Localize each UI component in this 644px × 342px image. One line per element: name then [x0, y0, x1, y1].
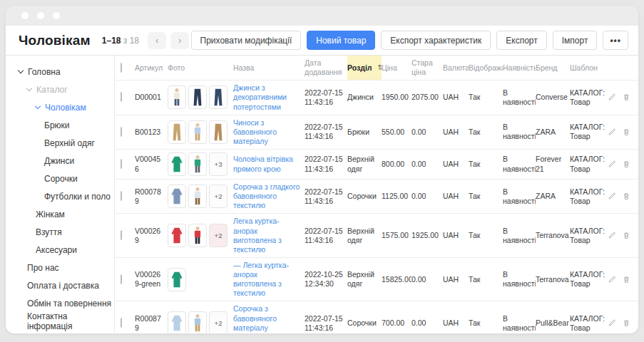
product-photo-thumbnail[interactable]: [168, 224, 186, 247]
column-header-label: Бренд: [536, 63, 558, 72]
sidebar-item-аксесуари[interactable]: Аксесуари: [6, 241, 114, 259]
product-photo-thumbnail[interactable]: [168, 268, 186, 291]
pagination-total: з 18: [123, 36, 139, 46]
window-minimize-icon[interactable]: [37, 12, 44, 19]
sidebar-item-каталог[interactable]: Каталог: [6, 81, 114, 98]
product-photo-thumbnail[interactable]: [188, 311, 207, 333]
sidebar-item-label: Обмін та повернення: [27, 299, 111, 309]
sidebar-item-чоловікам[interactable]: Чоловікам: [6, 98, 114, 116]
row-checkbox[interactable]: [121, 191, 122, 201]
window-close-icon[interactable]: [21, 12, 29, 19]
product-name-link[interactable]: Чиноси з бавовняного матеріалу: [233, 118, 277, 145]
product-photo-thumbnail[interactable]: [209, 86, 228, 109]
delete-icon[interactable]: [623, 192, 630, 201]
product-photo-thumbnail[interactable]: [168, 120, 186, 144]
product-name-link[interactable]: Джинси з декоративними потертостями: [233, 83, 287, 110]
column-header-ціна[interactable]: Ціна: [382, 61, 412, 76]
product-photo-thumbnail[interactable]: [168, 311, 186, 333]
product-name-link[interactable]: Легка куртка-анорак виготовлена з тексти…: [233, 217, 282, 253]
column-header-валюта[interactable]: Валюта: [443, 61, 469, 76]
edit-icon[interactable]: [608, 93, 616, 101]
sidebar-item-головна[interactable]: Головна: [6, 63, 114, 81]
product-photo-thumbnail[interactable]: [168, 185, 186, 208]
more-photos-badge[interactable]: +3: [209, 152, 228, 176]
product-photo-thumbnail[interactable]: [188, 152, 207, 176]
table-row: B00123Чиноси з бавовняного матеріалу2022…: [115, 115, 638, 150]
window-maximize-icon[interactable]: [53, 12, 60, 19]
product-name-link[interactable]: Сорочка з бавовняного матеріалу притален…: [233, 304, 296, 333]
price-cell: 1125.00: [382, 189, 412, 204]
more-photos-badge[interactable]: +2: [209, 185, 228, 208]
row-checkbox[interactable]: [121, 127, 122, 137]
row-checkbox[interactable]: [121, 230, 122, 240]
column-header-бренд[interactable]: Бренд: [536, 61, 570, 76]
column-header-розділ[interactable]: Розділ⇅: [347, 56, 382, 80]
edit-icon[interactable]: [608, 231, 616, 239]
delete-icon[interactable]: [623, 231, 630, 240]
sidebar-item-оплата-і-доставка[interactable]: Оплата і доставка: [6, 276, 114, 294]
product-photo-thumbnail[interactable]: [209, 120, 228, 144]
delete-icon[interactable]: [623, 128, 630, 137]
new-product-button[interactable]: Новий товар: [307, 31, 375, 50]
product-name-link[interactable]: Чоловіча вітрівка прямого крою: [233, 155, 293, 172]
sidebar-item-label: Каталог: [36, 85, 68, 95]
top-photo-icon: [170, 314, 184, 333]
edit-icon[interactable]: [608, 318, 616, 327]
column-header-дата-додавання[interactable]: Дата додавання: [305, 56, 347, 80]
date-value: 2022-07-15: [305, 155, 343, 164]
export-button[interactable]: Експорт: [496, 31, 546, 50]
product-photo-thumbnail[interactable]: [168, 152, 186, 176]
more-actions-button[interactable]: •••: [603, 31, 628, 50]
sidebar-item-про-нас[interactable]: Про нас: [6, 259, 114, 276]
column-header-стара-ціна[interactable]: Стара ціна: [412, 56, 443, 80]
product-name-link[interactable]: Сорочка з гладкого бавовняного текстилю: [233, 182, 300, 209]
sidebar-item-контактна-інформація[interactable]: Контактна інформація: [6, 312, 114, 330]
row-checkbox[interactable]: [121, 92, 122, 102]
sidebar-item-верхній-одяг[interactable]: Верхній одяг: [6, 134, 114, 152]
next-page-button[interactable]: ›: [170, 32, 189, 49]
row-checkbox[interactable]: [121, 318, 122, 328]
column-header-шаблон[interactable]: Шаблон: [570, 61, 608, 76]
sidebar-item-обмін-та-повернення[interactable]: Обмін та повернення: [6, 294, 114, 312]
row-checkbox[interactable]: [121, 159, 122, 169]
product-photo-thumbnail[interactable]: [188, 185, 207, 208]
delete-icon[interactable]: [623, 275, 630, 284]
edit-icon[interactable]: [608, 192, 616, 200]
currency-cell: UAH: [443, 157, 469, 172]
export-characteristics-button[interactable]: Експорт характеристик: [381, 31, 491, 50]
sidebar-item-брюки[interactable]: Брюки: [6, 116, 114, 134]
edit-icon[interactable]: [608, 128, 616, 136]
sidebar-item-сорочки[interactable]: Сорочки: [6, 170, 114, 187]
hide-modifications-button[interactable]: Приховати модифікації: [191, 31, 302, 50]
pagination-range: 1–18: [102, 36, 121, 46]
more-photos-badge[interactable]: +2: [209, 224, 228, 247]
edit-icon[interactable]: [608, 160, 616, 168]
select-all-checkbox[interactable]: [121, 63, 122, 73]
sidebar-item-label: Про нас: [27, 263, 59, 273]
product-photo-thumbnail[interactable]: [188, 120, 207, 144]
import-button[interactable]: Імпорт: [553, 31, 598, 50]
sort-icon[interactable]: ⇅: [378, 63, 382, 73]
prev-page-button[interactable]: ‹: [148, 32, 166, 49]
delete-icon[interactable]: [623, 318, 630, 328]
delete-icon[interactable]: [623, 93, 630, 102]
row-actions-cell: [608, 272, 638, 287]
delete-icon[interactable]: [623, 160, 630, 169]
edit-icon[interactable]: [608, 275, 616, 284]
more-photos-badge[interactable]: +2: [209, 311, 228, 333]
sidebar-item-взуття[interactable]: Взуття: [6, 223, 114, 241]
sidebar-item-футболки-и-поло[interactable]: Футболки и поло: [6, 187, 114, 205]
row-checkbox[interactable]: [121, 274, 122, 284]
product-photo-thumbnail[interactable]: [188, 224, 207, 247]
product-photo-thumbnail[interactable]: [168, 86, 186, 109]
column-header-фото[interactable]: Фото: [168, 61, 233, 76]
column-header-відображати[interactable]: Відображати: [469, 61, 503, 76]
time-value: 12:34:30: [305, 279, 343, 289]
column-header-наявність[interactable]: Наявність: [503, 61, 536, 76]
column-header-назва[interactable]: Назва: [233, 61, 305, 76]
column-header-артикул[interactable]: Артикул: [135, 61, 168, 76]
sidebar-item-джинси[interactable]: Джинси: [6, 152, 114, 170]
product-name-link[interactable]: — Легка куртка-анорак виготовлена з текс…: [233, 261, 289, 297]
product-photo-thumbnail[interactable]: [188, 86, 207, 109]
sidebar-item-жінкам[interactable]: Жінкам: [6, 205, 114, 223]
